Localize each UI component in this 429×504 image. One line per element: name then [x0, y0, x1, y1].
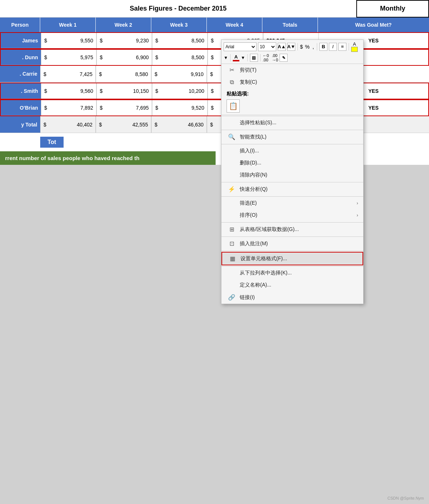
header-row: Person Week 1 Week 2 Week 3 Week 4 Total… [0, 18, 429, 32]
cell-week3: $ 10,200 [152, 83, 208, 99]
font-size-select[interactable]: 10 [258, 42, 276, 51]
cell-week2: $ 8,580 [96, 66, 151, 82]
menu-item-insert-comment[interactable]: ⊡ 插入批注(M) [221, 238, 363, 250]
filter-arrow-icon: › [357, 201, 358, 206]
cell-week1: $ 7,425 [40, 66, 96, 82]
menu-item-sort[interactable]: 排序(O) › [221, 209, 363, 221]
menu-divider-4 [221, 182, 363, 182]
cell-week2: $ 9,230 [96, 33, 152, 48]
menu-divider-1 [221, 116, 363, 116]
font-color-icon: A [233, 54, 239, 61]
dollar-sign-icon: $ [300, 44, 303, 50]
menu-item-filter[interactable]: 筛选(E) › [221, 197, 363, 209]
menu-filter-label: 筛选(E) [240, 200, 357, 206]
increase-font-button[interactable]: A▲ [278, 43, 286, 51]
total-button[interactable]: Tot [40, 137, 64, 148]
highlight-swatch [351, 47, 358, 52]
cell-week2: $ 10,150 [96, 83, 152, 99]
header-week4: Week 4 [207, 18, 262, 32]
paste-header-label: 粘贴选项: [227, 91, 358, 97]
menu-item-smart-lookup[interactable]: 🔍 智能查找(L) [221, 131, 363, 143]
menu-define-name-label: 定义名称(A)... [240, 282, 358, 288]
cell-week1: $ 9,560 [41, 83, 96, 99]
cell-person: . Smith [1, 83, 41, 99]
cell-total-w2: $ 42,555 [96, 116, 151, 133]
menu-divider-9 [221, 266, 363, 266]
menu-item-copy[interactable]: ⧉ 复制(C) [221, 76, 363, 88]
comma-icon: , [312, 44, 314, 50]
menu-sort-label: 排序(O) [240, 212, 357, 219]
cell-person: James [1, 33, 41, 48]
link-icon: 🔗 [227, 294, 237, 301]
toolbar-separator6 [260, 54, 261, 61]
menu-item-insert[interactable]: 插入(I)... [221, 145, 363, 157]
paste-icons-row: 📋 [227, 99, 358, 113]
format-cells-icon: ▦ [227, 255, 238, 262]
cell-person: . Dunn [1, 50, 41, 65]
cell-week3: $ 8,500 [152, 50, 208, 65]
toolbar-separator5 [247, 54, 248, 61]
menu-item-clear[interactable]: 清除内容(N) [221, 169, 363, 181]
menu-divider-6 [221, 222, 363, 223]
align-left-button[interactable]: ≡ [338, 43, 346, 51]
cell-week3: $ 8,500 [152, 33, 208, 48]
menu-item-delete[interactable]: 删除(D)... [221, 157, 363, 169]
cell-total-w1: $ 40,402 [40, 116, 96, 133]
dropdown-arrow-1[interactable]: ▼ [224, 55, 228, 60]
monthly-label: Monthly [356, 0, 429, 18]
total-row: y Total $ 40,402 $ 42,555 $ 46,630 $ [0, 116, 429, 133]
cell-person: O'Brian [1, 100, 41, 115]
toolbar-separator3 [349, 43, 349, 50]
menu-item-pick-dropdown[interactable]: 从下拉列表中选择(K)... [221, 267, 363, 279]
menu-item-cut[interactable]: ✂ 剪切(T) [221, 64, 363, 76]
menu-item-quick-analysis[interactable]: ⚡ 快速分析(Q) [221, 183, 363, 196]
spreadsheet: Person Week 1 Week 2 Week 3 Week 4 Total… [0, 18, 429, 165]
cell-person: . Carrie [0, 66, 40, 82]
menu-divider-3 [221, 144, 363, 144]
insert-comment-icon: ⊡ [227, 240, 237, 247]
table-row: . Dunn $ 5,975 $ 6,900 $ 8,500 $ [0, 49, 429, 66]
menu-item-get-data[interactable]: ⊞ 从表格/区域获取数据(G)... [221, 223, 363, 236]
menu-insert-label: 插入(I)... [240, 148, 358, 154]
info-bar: rrent number of sales people who haved r… [0, 151, 216, 165]
cell-total-person: y Total [0, 116, 40, 133]
percent-icon: % [305, 44, 310, 50]
menu-item-paste-special[interactable]: 选择性粘贴(S)... [221, 117, 363, 129]
title-bar: Sales Figures - December 2015 Monthly [0, 0, 429, 18]
menu-divider-7 [221, 236, 363, 237]
menu-pick-dropdown-label: 从下拉列表中选择(K)... [240, 270, 358, 276]
dropdown-arrow-2[interactable]: ▼ [241, 55, 245, 60]
context-menu: Arial 10 A▲ A▼ $ % , B I ≡ A ▼ A ▼ ⊞ ←0.… [221, 39, 364, 304]
format-button[interactable]: ✎ [280, 54, 288, 62]
menu-format-cells-label: 设置单元格格式(F)... [240, 255, 357, 262]
page-title: Sales Figures - December 2015 [0, 5, 356, 12]
menu-divider-8 [221, 251, 363, 251]
highlight-color-icon: A [351, 41, 358, 52]
bold-button[interactable]: B [319, 43, 327, 51]
menu-get-data-label: 从表格/区域获取数据(G)... [240, 226, 358, 233]
cell-week3: $ 9,520 [152, 100, 208, 115]
menu-item-link[interactable]: 🔗 链接(I) [221, 291, 363, 304]
get-data-icon: ⊞ [227, 226, 237, 233]
cell-week1: $ 5,975 [41, 50, 96, 65]
menu-link-label: 链接(I) [240, 294, 358, 301]
decrease-font-button[interactable]: A▼ [287, 43, 295, 51]
watermark: CSDN @Sprite.Nym [387, 496, 424, 500]
total-button-row: Tot [0, 133, 429, 151]
font-family-select[interactable]: Arial [224, 42, 257, 51]
menu-item-define-name[interactable]: 定义名称(A)... [221, 279, 363, 291]
cell-week1: $ 7,892 [41, 100, 96, 115]
menu-insert-comment-label: 插入批注(M) [240, 240, 358, 247]
toolbar-separator4 [230, 54, 231, 61]
paste-icon-default[interactable]: 📋 [227, 99, 240, 113]
mini-formatting-toolbar: Arial 10 A▲ A▼ $ % , B I ≡ A ▼ A ▼ ⊞ ←0.… [221, 40, 363, 64]
menu-item-format-cells[interactable]: ▦ 设置单元格格式(F)... [221, 252, 363, 265]
paste-options-section: 粘贴选项: 📋 [221, 88, 363, 115]
header-week1: Week 1 [40, 18, 96, 32]
italic-button[interactable]: I [329, 43, 337, 51]
menu-paste-special-label: 选择性粘贴(S)... [240, 120, 358, 126]
table-row: O'Brian $ 7,892 $ 7,695 $ 9,520 $ YES [0, 99, 429, 116]
quick-analysis-icon: ⚡ [227, 186, 237, 193]
menu-cut-label: 剪切(T) [240, 67, 358, 73]
border-button[interactable]: ⊞ [250, 54, 258, 62]
